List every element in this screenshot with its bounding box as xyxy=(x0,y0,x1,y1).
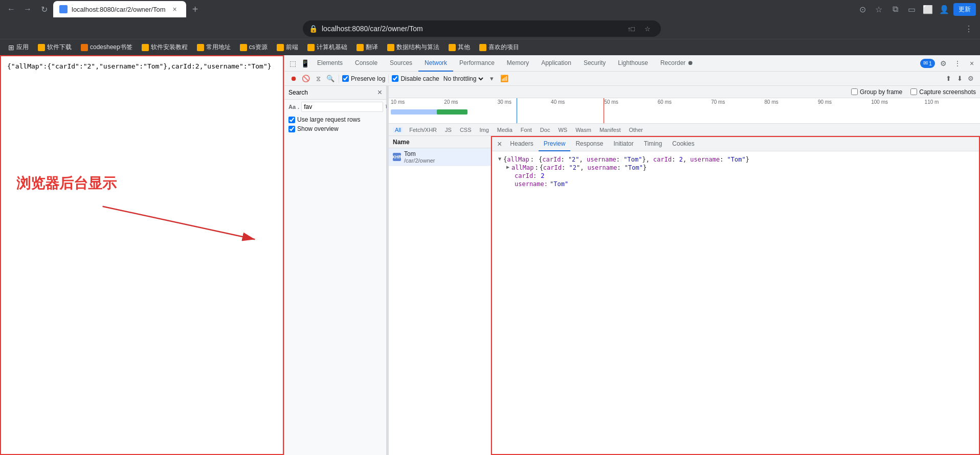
disable-cache-input[interactable] xyxy=(392,75,398,82)
preview-close-button[interactable]: × xyxy=(494,140,505,149)
throttle-select[interactable]: No throttling xyxy=(441,75,485,83)
bookmark-install-icon xyxy=(142,44,149,51)
bookmark-codesheep[interactable]: codesheep书签 xyxy=(77,42,137,53)
filter-media[interactable]: Media xyxy=(495,127,515,133)
tab-close-button[interactable]: × xyxy=(170,4,180,14)
new-tab-button[interactable]: + xyxy=(188,2,203,16)
bookmark-frontend[interactable]: 前端 xyxy=(273,42,302,53)
filter-icon-button[interactable]: ⧖ xyxy=(313,74,323,84)
search-icon-button[interactable]: 🔍 xyxy=(325,74,336,84)
bookmark-software[interactable]: 软件下载 xyxy=(34,42,76,53)
bookmark-fav[interactable]: 喜欢的项目 xyxy=(475,42,523,53)
pv-tab-headers[interactable]: Headers xyxy=(505,137,538,151)
pv-tab-cookies[interactable]: Cookies xyxy=(667,137,699,151)
search-panel-close[interactable]: × xyxy=(377,88,382,97)
group-by-frame-input[interactable] xyxy=(851,88,858,95)
json-root-expand[interactable]: ▼ xyxy=(498,156,501,162)
json-allmap-expand[interactable]: ▶ xyxy=(506,164,509,170)
tab-elements[interactable]: Elements xyxy=(311,55,349,72)
capture-screenshots-checkbox[interactable]: Capture screenshots xyxy=(910,88,976,96)
json-root-line[interactable]: ▼ {allMap: {carId: "2", username: "Tom"}… xyxy=(498,155,973,164)
back-button[interactable]: ← xyxy=(4,2,18,16)
tab-console[interactable]: Console xyxy=(349,55,384,72)
filter-fetch-xhr[interactable]: Fetch/XHR xyxy=(407,127,439,133)
update-button[interactable]: 更新 xyxy=(953,3,976,16)
filter-doc[interactable]: Doc xyxy=(538,127,552,133)
forward-button[interactable]: → xyxy=(20,2,35,16)
show-overview-input[interactable] xyxy=(288,126,295,132)
request-item-tom[interactable]: XHR Tom /car/2/owner xyxy=(389,148,491,166)
filter-img[interactable]: Img xyxy=(478,127,491,133)
settings-icon[interactable]: ⚙ xyxy=(937,57,949,70)
tab-network[interactable]: Network xyxy=(418,55,453,72)
window-icon[interactable]: ⬜ xyxy=(921,2,935,16)
bookmark-translate-icon xyxy=(357,44,364,51)
throttle-chevron[interactable]: ▾ xyxy=(487,74,497,84)
tab-performance[interactable]: Performance xyxy=(453,55,501,72)
disable-cache-checkbox[interactable]: Disable cache xyxy=(392,75,439,82)
name-column-header: Name xyxy=(393,139,410,146)
preserve-log-input[interactable] xyxy=(342,75,349,82)
case-sensitive-label[interactable]: Aa xyxy=(288,104,296,110)
bookmark-star-icon[interactable]: ☆ xyxy=(640,21,655,36)
json-allmap-key: allMap xyxy=(511,164,533,171)
bookmark-other[interactable]: 其他 xyxy=(444,42,474,53)
pv-tab-preview[interactable]: Preview xyxy=(539,137,571,151)
filter-font[interactable]: Font xyxy=(519,127,534,133)
close-devtools-icon[interactable]: × xyxy=(966,57,978,70)
refresh-button[interactable]: ↻ xyxy=(37,2,51,16)
dot-label[interactable]: . xyxy=(298,104,299,110)
tab-application[interactable]: Application xyxy=(535,55,577,72)
large-rows-checkbox[interactable]: Use large request rows xyxy=(288,116,382,123)
wifi-icon[interactable]: 📶 xyxy=(499,74,509,84)
tab-sources[interactable]: Sources xyxy=(384,55,418,72)
filter-js[interactable]: JS xyxy=(443,127,454,133)
bookmark-icon[interactable]: ☆ xyxy=(872,2,886,16)
settings-gear-icon[interactable]: ⚙ xyxy=(966,74,976,84)
bookmark-ds[interactable]: 数据结构与算法 xyxy=(383,42,443,53)
pv-tab-timing[interactable]: Timing xyxy=(639,137,667,151)
import-har-button[interactable]: ⬆ xyxy=(943,74,953,84)
cast-icon[interactable]: ▭ xyxy=(904,2,919,16)
device-toolbar-icon[interactable]: 📱 xyxy=(299,57,311,70)
address-input-wrap[interactable]: 🔒 localhost:8080/car/2/owner/Tom ↑□ ☆ xyxy=(303,20,661,37)
bookmark-cs[interactable]: cs资源 xyxy=(236,42,272,53)
share-icon[interactable]: ↑□ xyxy=(624,21,638,36)
search-input[interactable] xyxy=(301,102,383,112)
profile-icon[interactable]: ⊙ xyxy=(855,2,870,16)
more-options-icon[interactable]: ⋮ xyxy=(951,57,964,70)
bookmark-addr[interactable]: 常用地址 xyxy=(193,42,235,53)
preserve-log-checkbox[interactable]: Preserve log xyxy=(342,75,385,82)
record-button[interactable]: ⏺ xyxy=(288,74,299,84)
bookmark-apps[interactable]: ⊞ 应用 xyxy=(4,42,33,53)
filter-css[interactable]: CSS xyxy=(458,127,474,133)
group-by-frame-checkbox[interactable]: Group by frame xyxy=(851,88,902,96)
filter-manifest[interactable]: Manifest xyxy=(597,127,623,133)
clear-button[interactable]: 🚫 xyxy=(301,74,311,84)
customize-button[interactable]: ⋮ xyxy=(962,21,976,36)
large-rows-input[interactable] xyxy=(288,117,295,123)
tab-lighthouse[interactable]: Lighthouse xyxy=(612,55,654,72)
filter-ws[interactable]: WS xyxy=(556,127,569,133)
extensions-icon[interactable]: ⧉ xyxy=(888,2,902,16)
filter-other[interactable]: Other xyxy=(627,127,645,133)
tab-security[interactable]: Security xyxy=(577,55,612,72)
page-json: {"allMap":{"carId":"2","username":"Tom"}… xyxy=(7,62,272,70)
export-har-button[interactable]: ⬇ xyxy=(954,74,965,84)
pv-tab-response[interactable]: Response xyxy=(570,137,608,151)
tab-recorder[interactable]: Recorder ⏺ xyxy=(654,55,700,72)
active-tab[interactable]: localhost:8080/car/2/owner/Tom × xyxy=(53,1,186,17)
bookmark-translate[interactable]: 翻译 xyxy=(352,42,382,53)
search-panel-title: Search xyxy=(288,89,308,96)
show-overview-checkbox[interactable]: Show overview xyxy=(288,125,382,132)
inspect-element-icon[interactable]: ⬚ xyxy=(286,57,299,70)
bookmark-install[interactable]: 软件安装教程 xyxy=(138,42,192,53)
pv-tab-initiator[interactable]: Initiator xyxy=(608,137,638,151)
filter-all[interactable]: All xyxy=(393,127,403,133)
bookmark-cs-basics[interactable]: 计算机基础 xyxy=(303,42,351,53)
filter-wasm[interactable]: Wasm xyxy=(573,127,593,133)
capture-screenshots-input[interactable] xyxy=(910,88,917,95)
tab-memory[interactable]: Memory xyxy=(501,55,535,72)
avatar-icon[interactable]: 👤 xyxy=(937,2,951,16)
json-allmap-line[interactable]: ▶ allMap : {carId: "2", username: "Tom"} xyxy=(498,164,973,172)
